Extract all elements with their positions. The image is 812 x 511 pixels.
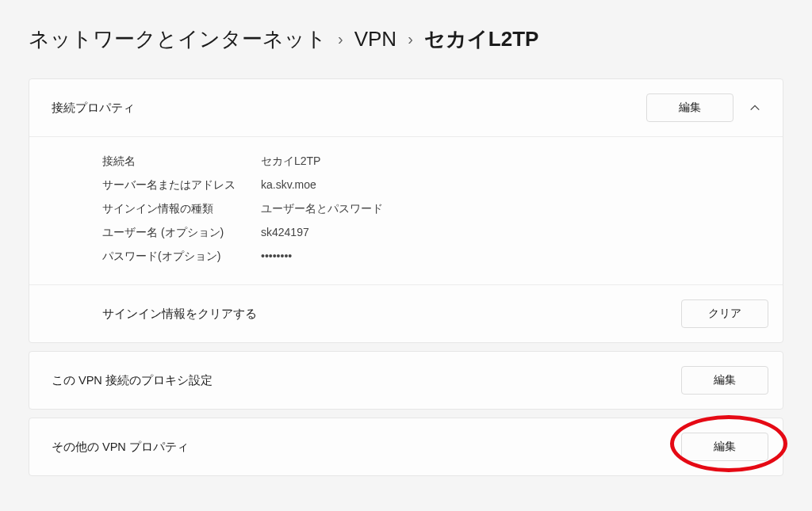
connection-properties-header[interactable]: 接続プロパティ 編集: [29, 79, 783, 137]
prop-value: ••••••••: [261, 250, 292, 264]
prop-label: 接続名: [102, 154, 261, 169]
connection-properties-title: 接続プロパティ: [52, 101, 646, 116]
breadcrumb: ネットワークとインターネット › VPN › セカイL2TP: [0, 0, 812, 72]
prop-value: セカイL2TP: [261, 154, 320, 169]
connection-properties-card: 接続プロパティ 編集 接続名 セカイL2TP サーバー名またはアドレス ka.s…: [29, 78, 783, 343]
clear-signin-label: サインイン情報をクリアする: [102, 307, 681, 322]
breadcrumb-current: セカイL2TP: [424, 25, 539, 53]
breadcrumb-separator: ›: [338, 30, 343, 48]
breadcrumb-link-network[interactable]: ネットワークとインターネット: [29, 25, 327, 53]
prop-row-server: サーバー名またはアドレス ka.skv.moe: [102, 174, 760, 197]
prop-value: ユーザー名とパスワード: [261, 202, 383, 216]
prop-row-username: ユーザー名 (オプション) sk424197: [102, 221, 760, 245]
proxy-settings-card: この VPN 接続のプロキシ設定 編集: [29, 351, 783, 410]
prop-row-signin-type: サインイン情報の種類 ユーザー名とパスワード: [102, 197, 760, 221]
breadcrumb-link-vpn[interactable]: VPN: [354, 27, 396, 51]
prop-label: ユーザー名 (オプション): [102, 226, 261, 240]
connection-properties-list: 接続名 セカイL2TP サーバー名またはアドレス ka.skv.moe サインイ…: [29, 137, 783, 285]
prop-row-password: パスワード(オプション) ••••••••: [102, 245, 760, 269]
clear-signin-button[interactable]: クリア: [681, 299, 768, 328]
other-vpn-properties-title: その他の VPN プロパティ: [52, 440, 681, 455]
edit-connection-button[interactable]: 編集: [646, 93, 733, 122]
edit-other-vpn-button[interactable]: 編集: [681, 433, 768, 461]
prop-label: サインイン情報の種類: [102, 202, 261, 216]
chevron-up-icon[interactable]: [741, 94, 768, 121]
prop-value: sk424197: [261, 226, 309, 240]
proxy-settings-header[interactable]: この VPN 接続のプロキシ設定 編集: [29, 352, 783, 409]
other-vpn-properties-card: その他の VPN プロパティ 編集: [29, 418, 783, 476]
breadcrumb-separator: ›: [408, 30, 413, 48]
proxy-settings-title: この VPN 接続のプロキシ設定: [52, 373, 681, 388]
prop-value: ka.skv.moe: [261, 178, 316, 193]
prop-label: サーバー名またはアドレス: [102, 178, 261, 193]
clear-signin-row: サインイン情報をクリアする クリア: [29, 285, 783, 342]
prop-row-connection-name: 接続名 セカイL2TP: [102, 150, 760, 174]
edit-proxy-button[interactable]: 編集: [681, 366, 768, 395]
other-vpn-properties-header[interactable]: その他の VPN プロパティ 編集: [29, 418, 783, 475]
prop-label: パスワード(オプション): [102, 250, 261, 264]
